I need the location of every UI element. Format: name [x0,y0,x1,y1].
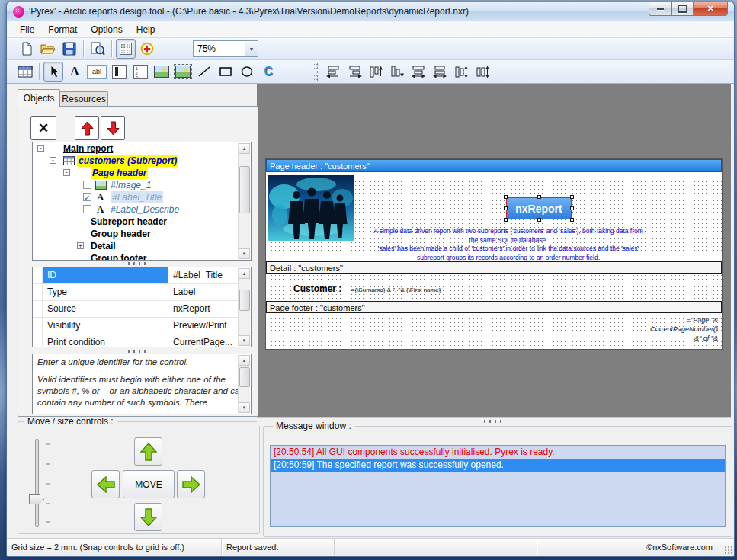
tree-item-label-describe[interactable]: A #Label_Describe [33,203,251,216]
log-entry-selected[interactable]: [20:50:59] The specified report was succ… [271,459,725,472]
move-up-button[interactable] [134,437,162,466]
move-down-button[interactable] [134,503,162,531]
selection-handle[interactable] [570,218,574,222]
menu-help[interactable]: Help [130,22,162,37]
tab-resources[interactable]: Resources [59,91,108,107]
selection-handle[interactable] [570,195,574,199]
property-row[interactable]: Type Label [33,284,251,301]
align-top-button[interactable] [366,62,386,82]
property-row[interactable]: Visibility Preview/Print [33,318,251,334]
selection-handle[interactable] [504,195,508,199]
property-name[interactable]: Type [43,284,168,300]
center-horizontal-button[interactable] [430,62,450,82]
tree-item-page-header[interactable]: - Page header [33,167,251,179]
tree-item-customers-subreport[interactable]: - customers (Subreport) [33,155,251,167]
print-preview-button[interactable] [88,39,107,59]
report-title-label[interactable]: nxReport [506,197,572,219]
scroll-up-icon[interactable]: ▲ [239,268,250,279]
move-right-button[interactable] [177,470,205,498]
image-frame-tool-button[interactable] [173,62,193,82]
object-tree[interactable]: - Main report - customers (Subreport) - … [32,142,252,261]
property-row[interactable]: Print condition CurrentPage... [33,334,251,347]
tree-item-subreport-header[interactable]: Subreport header [33,216,251,228]
property-row[interactable]: ID #Label_Title [33,267,251,284]
close-button[interactable]: ✕ [693,2,728,16]
splitter-handle[interactable] [128,350,148,353]
visibility-checkbox[interactable]: ✓ [83,193,91,201]
tree-item-main-report[interactable]: - Main report [33,142,251,155]
select-tool-button[interactable] [43,62,63,82]
detail-area[interactable]: Customer : ={\Surname} & ", "& {\First n… [266,274,722,301]
visibility-checkbox[interactable] [83,181,91,189]
new-report-button[interactable] [17,39,37,59]
report-page[interactable]: Page header : "customers" [266,159,722,349]
move-mode-button[interactable]: MOVE [123,470,175,498]
property-name[interactable]: Source [43,301,168,317]
move-object-up-button[interactable] [75,116,99,140]
scroll-up-icon[interactable]: ▲ [239,355,250,366]
selection-handle[interactable] [537,218,541,222]
align-bottom-button[interactable] [387,62,407,82]
report-description-label[interactable]: A simple data driven report with two sub… [310,227,707,262]
listbox-tool-button[interactable] [109,62,129,82]
scrollbar-thumb[interactable] [239,166,250,213]
help-scrollbar[interactable]: ▲ ▼ [238,355,250,413]
scroll-down-icon[interactable]: ▼ [239,402,250,413]
selection-handle[interactable] [570,206,574,210]
tree-scrollbar[interactable]: ▲ ▼ [238,143,250,259]
property-name[interactable]: Visibility [43,318,168,334]
resize-grip[interactable] [723,545,732,554]
move-left-button[interactable] [91,470,120,498]
splitter-handle[interactable] [128,262,148,265]
collapse-icon[interactable]: - [37,145,44,152]
zoom-select[interactable]: 75% ▼ [193,40,258,57]
page-number-field[interactable]: ="Page "& CurrentPageNumber() &" of "& [650,315,718,343]
tree-item-detail[interactable]: + Detail [33,240,251,252]
page-header-area[interactable]: nxReport A simple data driven report wit… [266,172,722,261]
save-report-button[interactable] [59,39,79,59]
ellipse-tool-button[interactable] [237,62,257,82]
slider-thumb[interactable] [29,494,44,504]
splitter-handle[interactable] [484,420,504,423]
align-left-button[interactable] [323,62,343,82]
menu-options[interactable]: Options [84,22,129,37]
label-tool-button[interactable]: A [65,62,85,82]
menu-file[interactable]: File [13,22,41,37]
equal-width-button[interactable] [409,62,428,82]
property-row[interactable]: Source nxReport [33,301,251,318]
collapse-icon[interactable]: - [50,157,56,164]
tree-item-label-title[interactable]: ✓ A #Label_Title [33,191,251,203]
title-bar[interactable]: 'Pyrex' - Arctic reports design tool - (… [7,2,734,21]
add-object-button[interactable] [137,39,157,59]
tree-item-image-1[interactable]: #Image_1 [33,179,251,191]
move-object-down-button[interactable] [101,116,125,140]
scroll-down-icon[interactable]: ▼ [239,335,250,346]
open-report-button[interactable] [38,39,58,59]
grid-toggle-button[interactable] [116,39,136,59]
log-entry[interactable]: [20:50:54] All GUI components successful… [271,446,725,459]
delete-object-button[interactable]: ✕ [30,116,56,140]
step-slider[interactable] [35,439,39,527]
line-tool-button[interactable] [194,62,214,82]
arc-tool-button[interactable]: C [258,62,278,82]
selection-handle[interactable] [504,218,508,222]
property-name[interactable]: Print condition [43,334,168,347]
align-right-button[interactable] [344,62,364,82]
expand-icon[interactable]: + [77,242,84,249]
textfield-tool-button[interactable]: abl [86,62,107,82]
tab-objects[interactable]: Objects [18,89,60,107]
detail-band[interactable]: Detail : "customers" [266,261,722,274]
page-footer-area[interactable]: ="Page "& CurrentPageNumber() &" of "& [266,313,722,349]
property-scrollbar[interactable]: ▲ ▼ [238,268,250,346]
page-header-band[interactable]: Page header : "customers" [266,159,722,172]
image-tool-button[interactable] [152,62,171,82]
minimize-button[interactable] [649,2,672,16]
scrollbar-thumb[interactable] [239,367,250,387]
scrollbar-thumb[interactable] [239,290,250,311]
page-footer-band[interactable]: Page footer : "customers" [266,301,722,313]
design-canvas[interactable]: Page header : "customers" [257,84,731,417]
selection-handle[interactable] [537,195,541,199]
scroll-down-icon[interactable]: ▼ [239,248,250,259]
tree-item-group-header[interactable]: Group header [33,228,251,240]
center-vertical-button[interactable] [473,62,492,82]
